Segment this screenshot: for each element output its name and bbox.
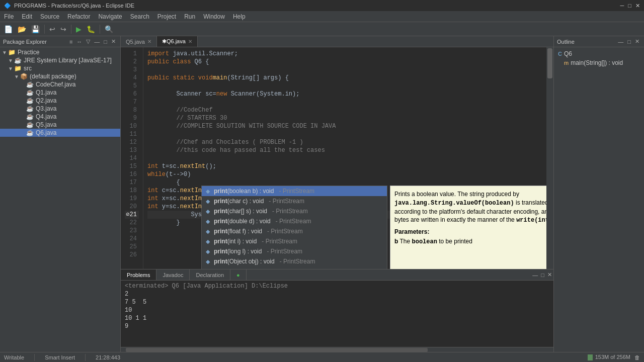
close-panel-btn[interactable]: ✕ — [110, 38, 117, 45]
toolbar-run[interactable]: ▶ — [74, 24, 84, 34]
bottom-panel-minimize[interactable]: — — [531, 271, 539, 279]
status-insert: Smart Insert — [45, 354, 75, 360]
ln-6: 6 — [125, 90, 139, 98]
bottom-tab-javadoc[interactable]: Javadoc — [156, 269, 190, 280]
bottom-tab-problems[interactable]: Problems — [121, 269, 156, 280]
tree-q2[interactable]: ☕ Q2.java — [0, 97, 120, 105]
ac-suffix-3: - PrintStream — [276, 217, 311, 225]
ac-item-0[interactable]: ◆ print(boolean b) : void - PrintStream — [202, 186, 387, 196]
minimize-btn[interactable]: ─ — [620, 3, 624, 9]
menu-navigate[interactable]: Navigate — [94, 11, 126, 22]
package-explorer: Package Explorer ≡ ↔ ▽ — □ ✕ ▼ 📁 Practic… — [0, 36, 121, 352]
tree-content: ▼ 📁 Practice ▼ ☕ JRE System Library [Jav… — [0, 47, 120, 352]
bottom-scrollbar[interactable] — [121, 347, 553, 352]
outline-minimize[interactable]: — — [616, 38, 625, 45]
default-package-label: (default package) — [30, 73, 76, 80]
editor-wrapper: 1 2 3 4 5 6 7 8 9 10 11 12 13 14 15 16 1 — [121, 47, 553, 269]
menu-source[interactable]: Source — [36, 11, 63, 22]
bottom-panel-maximize[interactable]: □ — [539, 271, 546, 279]
menu-edit[interactable]: Edit — [18, 11, 36, 22]
outline-close[interactable]: ✕ — [633, 38, 641, 45]
tree-q5[interactable]: ☕ Q5.java — [0, 121, 120, 129]
tab-q5-close[interactable]: ✕ — [147, 39, 151, 44]
ac-icon-5: ◆ — [206, 237, 212, 245]
status-gc-btn[interactable]: 🗑 — [634, 354, 640, 360]
editor-scrollbar[interactable] — [546, 47, 553, 269]
toolbar-new[interactable]: 📄 — [2, 24, 15, 34]
menu-run[interactable]: Run — [180, 11, 199, 22]
codechef-label: CodeChef.java — [36, 81, 75, 88]
autocomplete-popup[interactable]: ◆ print(boolean b) : void - PrintStream … — [201, 186, 387, 269]
ln-8: 8 — [125, 106, 139, 114]
outline-item-main[interactable]: m main(String[]) : void — [556, 58, 642, 67]
maximize-panel-btn[interactable]: □ — [102, 38, 109, 45]
tree-src[interactable]: ▼ 📁 src — [0, 64, 120, 72]
console-line-6: 9 — [125, 323, 549, 331]
bottom-tab-console-indicator[interactable]: ● — [230, 269, 247, 280]
menu-file[interactable]: File — [0, 11, 18, 22]
collapse-all-btn[interactable]: ≡ — [68, 38, 74, 45]
tree-codechef[interactable]: ☕ CodeChef.java — [0, 80, 120, 88]
outline-maximize[interactable]: □ — [626, 38, 632, 45]
link-editor-btn[interactable]: ↔ — [75, 38, 84, 45]
tree-default-package[interactable]: ▼ 📦 (default package) — [0, 72, 120, 80]
practice-arrow: ▼ — [2, 50, 8, 55]
editor-content[interactable]: 1 2 3 4 5 6 7 8 9 10 11 12 13 14 15 16 1 — [121, 47, 553, 269]
menu-window[interactable]: Window — [199, 11, 229, 22]
close-btn[interactable]: ✕ — [635, 3, 640, 9]
ac-text-0: print(boolean b) : void — [214, 187, 274, 195]
bottom-scrollbar-thumb[interactable] — [126, 348, 428, 352]
package-explorer-label: Package Explorer — [3, 39, 47, 45]
toolbar-search[interactable]: 🔍 — [103, 24, 115, 34]
ln-25: 25 — [125, 243, 139, 251]
tree-jre[interactable]: ▼ ☕ JRE System Library [JavaSE-17] — [0, 56, 120, 64]
tree-q4[interactable]: ☕ Q4.java — [0, 113, 120, 121]
ac-item-8[interactable]: ◆ print(String s) : void - PrintStream — [202, 266, 387, 269]
tree-q3[interactable]: ☕ Q3.java — [0, 105, 120, 113]
tree-q1[interactable]: ☕ Q1.java — [0, 88, 120, 97]
outline-item-q6[interactable]: C Q6 — [556, 49, 642, 58]
tree-practice[interactable]: ▼ 📁 Practice — [0, 48, 120, 56]
tab-q6[interactable]: ✱Q6.java ✕ — [157, 36, 198, 47]
console-line-4: 10 — [125, 307, 549, 315]
menu-help[interactable]: Help — [229, 11, 250, 22]
menu-search[interactable]: Search — [126, 11, 153, 22]
bottom-panel-close[interactable]: ✕ — [546, 271, 553, 279]
console-content: <terminated> Q6 [Java Application] D:\Ec… — [121, 281, 553, 347]
ac-item-3[interactable]: ◆ print(double d) : void - PrintStream — [202, 216, 387, 226]
toolbar-save[interactable]: 💾 — [29, 24, 42, 34]
scrollbar-track[interactable] — [546, 47, 553, 269]
toolbar-debug[interactable]: 🐛 — [85, 24, 97, 34]
view-menu-btn[interactable]: ▽ — [85, 38, 92, 45]
ac-text-8: print(String s) : void — [214, 267, 268, 269]
status-position: 21:28:443 — [96, 354, 120, 360]
tab-q6-close[interactable]: ✕ — [188, 39, 192, 44]
bottom-tab-declaration[interactable]: Declaration — [190, 269, 230, 280]
code-text[interactable]: import java.util.Scanner; public class Q… — [143, 47, 546, 269]
ln-17: 17 — [125, 178, 139, 187]
src-icon: 📁 — [14, 65, 22, 72]
menu-project[interactable]: Project — [153, 11, 180, 22]
ln-15: 15 — [125, 162, 139, 170]
ac-item-6[interactable]: ◆ print(long l) : void - PrintStream — [202, 246, 387, 256]
toolbar-undo[interactable]: ↩ — [47, 24, 57, 34]
toolbar-open[interactable]: 📂 — [16, 24, 28, 34]
ac-icon-0: ◆ — [206, 187, 212, 195]
title-bar-icon: 🔷 — [4, 3, 11, 9]
tab-q5[interactable]: Q5.java ✕ — [121, 36, 157, 47]
tab-q5-label: Q5.java — [126, 39, 145, 45]
ac-item-2[interactable]: ◆ print(char[] s) : void - PrintStream — [202, 206, 387, 216]
maximize-btn[interactable]: □ — [628, 3, 631, 9]
ac-item-5[interactable]: ◆ print(int i) : void - PrintStream — [202, 236, 387, 246]
ac-item-7[interactable]: ◆ print(Object obj) : void - PrintStream — [202, 256, 387, 266]
tree-q6[interactable]: ☕ Q6.java — [0, 129, 120, 137]
minimize-panel-btn[interactable]: — — [93, 38, 101, 45]
scrollbar-thumb[interactable] — [547, 48, 552, 78]
ac-item-4[interactable]: ◆ print(float f) : void - PrintStream — [202, 226, 387, 236]
ac-item-1[interactable]: ◆ print(char c) : void - PrintStream — [202, 196, 387, 206]
title-bar-text: PROGRAMS - Practice/src/Q6.java - Eclips… — [14, 3, 134, 9]
toolbar-redo[interactable]: ↪ — [58, 24, 68, 34]
outline-q6-label: Q6 — [564, 50, 572, 57]
menu-refactor[interactable]: Refactor — [63, 11, 94, 22]
status-memory: 153M of 256M — [588, 354, 630, 360]
